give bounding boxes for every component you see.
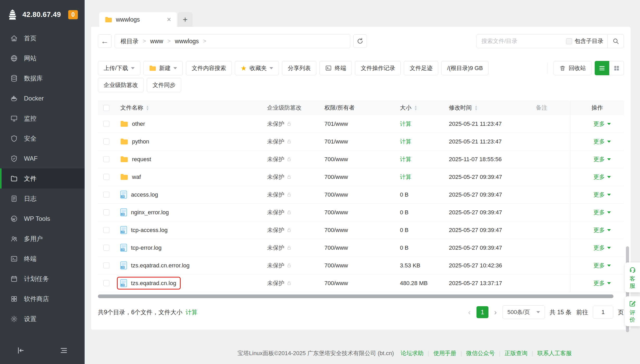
search-input[interactable] bbox=[477, 38, 566, 45]
page-size-select[interactable]: 500条/页 bbox=[503, 305, 545, 319]
sidebar-item-home[interactable]: 首页 bbox=[0, 28, 85, 48]
column-header-2[interactable]: 企业级防篡改 bbox=[255, 101, 315, 115]
row-checkbox[interactable] bbox=[103, 227, 109, 233]
more-button[interactable]: 更多 bbox=[593, 191, 611, 199]
file-name-wrap[interactable]: python bbox=[120, 138, 149, 145]
search-button[interactable] bbox=[607, 34, 624, 48]
more-button[interactable]: 更多 bbox=[593, 226, 611, 234]
tamper-proof-button[interactable]: 企业级防篡改 bbox=[98, 78, 144, 92]
row-checkbox[interactable] bbox=[103, 174, 109, 180]
breadcrumb-item[interactable]: 根目录 bbox=[121, 37, 139, 45]
calc-size-link[interactable]: 计算 bbox=[400, 138, 411, 146]
prev-page-button[interactable]: ‹ bbox=[467, 308, 472, 317]
row-checkbox[interactable] bbox=[103, 192, 109, 198]
sidebar-item-multiuser[interactable]: 多用户 bbox=[0, 229, 85, 249]
horizontal-scrollbar-thumb[interactable] bbox=[98, 294, 613, 298]
more-button[interactable]: 更多 bbox=[593, 138, 611, 146]
calc-size-link[interactable]: 计算 bbox=[186, 308, 198, 316]
list-view-button[interactable] bbox=[595, 61, 609, 75]
file-trace-button[interactable]: 文件足迹 bbox=[404, 61, 438, 75]
file-name-wrap[interactable]: LOG access.log bbox=[120, 191, 158, 199]
more-button[interactable]: 更多 bbox=[593, 120, 611, 128]
sidebar-item-terminal[interactable]: 终端 bbox=[0, 249, 85, 269]
sidebar-item-files[interactable]: 文件 bbox=[0, 168, 85, 189]
sidebar-item-appstore[interactable]: 软件商店 bbox=[0, 289, 85, 309]
page-number-button[interactable]: 1 bbox=[476, 306, 488, 318]
calc-size-link[interactable]: 计算 bbox=[400, 155, 411, 163]
file-name[interactable]: waf bbox=[132, 174, 141, 180]
terminal-button[interactable]: 终端 bbox=[319, 61, 352, 75]
add-tab-button[interactable]: + bbox=[178, 12, 192, 27]
more-button[interactable]: 更多 bbox=[593, 262, 611, 269]
footer-link-5[interactable]: 联系人工客服 bbox=[537, 350, 572, 356]
favorites-button[interactable]: ★ 收藏夹 bbox=[235, 61, 279, 75]
calc-size-link[interactable]: 计算 bbox=[400, 120, 411, 128]
next-page-button[interactable]: › bbox=[493, 308, 498, 317]
more-button[interactable]: 更多 bbox=[593, 173, 611, 181]
include-subdir-checkbox[interactable] bbox=[566, 38, 572, 44]
file-name-wrap[interactable]: LOG tzs.eqatrad.cn.error.log bbox=[120, 261, 190, 269]
file-name[interactable]: nginx_error.log bbox=[131, 209, 169, 216]
collapse-sidebar-icon[interactable] bbox=[17, 346, 25, 355]
file-name[interactable]: other bbox=[132, 121, 145, 127]
annotated-file-name-wrap[interactable]: LOG tzs.eqatrad.cn.log bbox=[117, 277, 181, 290]
recycle-bin-button[interactable]: 回收站 bbox=[554, 61, 592, 75]
sidebar-item-security[interactable]: 安全 bbox=[0, 128, 85, 148]
row-checkbox[interactable] bbox=[103, 139, 109, 145]
file-name-wrap[interactable]: LOG tcp-error.log bbox=[120, 244, 161, 252]
calc-size-link[interactable]: 计算 bbox=[400, 173, 411, 181]
file-name-wrap[interactable]: LOG tcp-access.log bbox=[120, 226, 168, 234]
sidebar-item-waf[interactable]: WAF bbox=[0, 148, 85, 168]
more-button[interactable]: 更多 bbox=[593, 155, 611, 163]
column-header-5[interactable]: 修改时间 ▲▼ bbox=[440, 101, 513, 115]
file-name-wrap[interactable]: request bbox=[120, 156, 151, 163]
sidebar-item-database[interactable]: 数据库 bbox=[0, 68, 85, 88]
content-search-button[interactable]: 文件内容搜索 bbox=[186, 61, 232, 75]
sidebar-item-site[interactable]: 网站 bbox=[0, 48, 85, 68]
file-name[interactable]: tcp-error.log bbox=[131, 244, 161, 251]
upload-button[interactable]: 上传/下载 bbox=[98, 61, 140, 75]
menu-list-icon[interactable] bbox=[60, 346, 68, 355]
column-header-1[interactable]: 文件名称 ▲▼ bbox=[115, 101, 255, 115]
file-name[interactable]: tzs.eqatrad.cn.error.log bbox=[131, 262, 190, 269]
tab-close-icon[interactable]: × bbox=[167, 16, 171, 23]
sidebar-item-wptools[interactable]: WP Tools bbox=[0, 209, 85, 229]
footer-link-1[interactable]: 论坛求助 bbox=[401, 350, 424, 356]
share-list-button[interactable]: 分享列表 bbox=[282, 61, 316, 75]
footer-link-2[interactable]: 使用手册 bbox=[434, 350, 456, 356]
customer-service-widget[interactable]: 客服 bbox=[625, 262, 640, 292]
footer-link-4[interactable]: 正版查询 bbox=[505, 350, 528, 356]
file-sync-button[interactable]: 文件同步 bbox=[147, 78, 181, 92]
row-checkbox[interactable] bbox=[103, 156, 109, 162]
footer-link-3[interactable]: 微信公众号 bbox=[466, 350, 495, 356]
row-checkbox[interactable] bbox=[103, 245, 109, 251]
more-button[interactable]: 更多 bbox=[593, 209, 611, 216]
file-name-wrap[interactable]: LOG nginx_error.log bbox=[120, 208, 169, 216]
sidebar-item-docker[interactable]: Docker bbox=[0, 88, 85, 108]
file-name[interactable]: access.log bbox=[131, 191, 158, 198]
row-checkbox[interactable] bbox=[103, 262, 109, 268]
file-name[interactable]: request bbox=[132, 156, 151, 163]
sidebar-item-monitor[interactable]: 监控 bbox=[0, 108, 85, 128]
review-widget[interactable]: 评价 bbox=[625, 296, 640, 326]
row-checkbox[interactable] bbox=[103, 209, 109, 215]
column-header-3[interactable]: 权限/所有者 bbox=[315, 101, 393, 115]
file-name-wrap[interactable]: other bbox=[120, 121, 145, 127]
tab-wwwlogs[interactable]: wwwlogs × bbox=[99, 12, 177, 27]
file-name[interactable]: python bbox=[132, 138, 149, 145]
more-button[interactable]: 更多 bbox=[593, 244, 611, 252]
grid-view-button[interactable] bbox=[609, 61, 624, 75]
column-header-6[interactable]: 备注 bbox=[513, 101, 570, 115]
file-name[interactable]: tcp-access.log bbox=[131, 227, 168, 234]
sidebar-item-settings[interactable]: 设置 bbox=[0, 309, 85, 329]
refresh-button[interactable] bbox=[353, 34, 367, 48]
new-button[interactable]: 新建 bbox=[143, 61, 183, 75]
back-button[interactable]: ← bbox=[98, 34, 111, 48]
row-checkbox[interactable] bbox=[103, 280, 109, 286]
sidebar-item-cron[interactable]: 计划任务 bbox=[0, 269, 85, 289]
select-all-checkbox[interactable] bbox=[103, 105, 109, 111]
more-button[interactable]: 更多 bbox=[593, 279, 611, 287]
breadcrumb-item[interactable]: wwwlogs bbox=[175, 38, 199, 45]
goto-page-input[interactable] bbox=[593, 306, 613, 319]
disk-button[interactable]: /(根目录)9 GB bbox=[441, 61, 488, 75]
